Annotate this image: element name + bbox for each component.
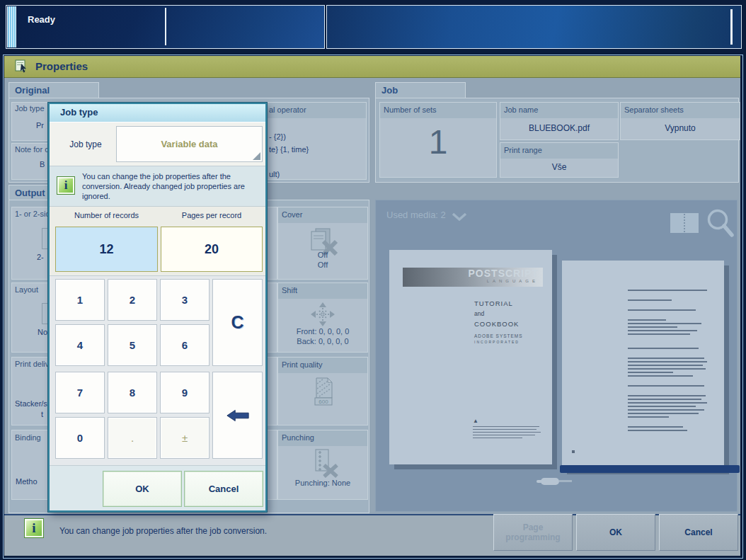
used-media-dropdown[interactable]: Used media: 2 bbox=[386, 210, 446, 220]
pages-per-record-input[interactable]: 20 bbox=[161, 227, 263, 272]
zoom-magnifier-icon[interactable] bbox=[706, 208, 735, 239]
keypad-backspace-button[interactable] bbox=[212, 372, 263, 459]
dialog-keypad: 1 2 3 4 5 6 C 7 8 9 0 . ± bbox=[50, 275, 265, 465]
operator-line1-fragment: - {2}) bbox=[269, 132, 286, 141]
bottom-info-text: You can change job properties after the … bbox=[59, 526, 267, 536]
operator-line2-fragment: te} {1, time} bbox=[269, 145, 309, 154]
status-divider-right bbox=[730, 9, 733, 45]
dialog-job-type-label: Job type bbox=[55, 126, 116, 162]
tab-original-label: Original bbox=[15, 85, 50, 96]
keypad-7[interactable]: 7 bbox=[55, 372, 105, 413]
shift-caption2: Back: 0, 0, 0, 0 bbox=[278, 337, 367, 345]
cancel-button[interactable]: Cancel bbox=[659, 514, 738, 551]
delivery-value2-fragment: t bbox=[41, 410, 43, 418]
cover-caption2: Off bbox=[278, 261, 367, 269]
punching-caption: Punching: None bbox=[278, 479, 367, 487]
dialog-info-icon: i bbox=[57, 176, 75, 195]
dialog-ok-button[interactable]: OK bbox=[103, 471, 182, 507]
delivery-label-fragment: Print deliv bbox=[15, 360, 49, 368]
preview-slider-handle[interactable] bbox=[541, 478, 559, 485]
print-range-value: Vše bbox=[500, 162, 618, 172]
keypad-3[interactable]: 3 bbox=[160, 279, 210, 321]
keypad-5[interactable]: 5 bbox=[108, 324, 157, 366]
cover-fine-print: ▲ bbox=[473, 418, 541, 440]
job-type-dropdown[interactable]: Variable data bbox=[116, 126, 263, 162]
shift-caption1: Front: 0, 0, 0, 0 bbox=[278, 327, 367, 336]
binding-label-fragment: Binding bbox=[15, 433, 41, 442]
punching-tile[interactable]: Punching Punching: None bbox=[277, 430, 368, 500]
ok-button[interactable]: OK bbox=[576, 514, 655, 551]
keypad-0[interactable]: 0 bbox=[55, 417, 105, 459]
cover-caption1: Off bbox=[278, 251, 367, 259]
printer-status-text: Ready bbox=[28, 14, 55, 25]
number-of-records-input[interactable]: 12 bbox=[55, 227, 158, 272]
page-thumbnail-cover: POSTSCRIPT LANGUAGE TUTORIAL and COOKBOO… bbox=[389, 250, 552, 464]
secondary-status-panel bbox=[326, 5, 742, 49]
print-quality-dpi: 600 bbox=[319, 399, 328, 405]
tab-output-label: Output bbox=[15, 188, 45, 198]
ok-button-label: OK bbox=[609, 527, 622, 537]
keypad-decimal[interactable]: . bbox=[108, 417, 157, 459]
keypad-6[interactable]: 6 bbox=[160, 324, 210, 366]
info-icon: i bbox=[24, 518, 44, 538]
dialog-info-row: i You can change the job properties afte… bbox=[50, 166, 265, 206]
keypad-clear-button[interactable]: C bbox=[212, 279, 263, 366]
preview-scrollbar[interactable] bbox=[560, 465, 740, 473]
cover-line5: INCORPORATED bbox=[474, 340, 523, 344]
print-range-field[interactable]: Print range Vše bbox=[500, 142, 619, 178]
page-title: Properties bbox=[35, 60, 88, 72]
cover-brand-bar: POSTSCRIPT LANGUAGE bbox=[403, 268, 543, 287]
tab-original[interactable]: Original bbox=[8, 82, 99, 98]
keypad-4[interactable]: 4 bbox=[55, 324, 105, 366]
keypad-1[interactable]: 1 bbox=[55, 279, 105, 321]
page-programming-button[interactable]: Page programming bbox=[493, 514, 573, 551]
shift-arrows-icon bbox=[310, 302, 335, 327]
page-thumbnail-text bbox=[562, 261, 724, 469]
tab-job-label: Job bbox=[381, 85, 398, 96]
layout-label-fragment: Layout bbox=[15, 285, 38, 294]
pages-per-record-label: Pages per record bbox=[161, 211, 263, 219]
cover-line2: and bbox=[474, 310, 519, 317]
text-lines bbox=[628, 287, 711, 433]
cover-tile[interactable]: Cover Off Off bbox=[277, 207, 368, 280]
number-of-records-label: Number of records bbox=[55, 211, 158, 219]
booklet-view-icon[interactable] bbox=[670, 213, 699, 233]
backspace-icon bbox=[226, 408, 250, 423]
cover-line4: ADOBE SYSTEMS bbox=[474, 333, 523, 338]
dialog-ok-label: OK bbox=[135, 484, 149, 494]
delivery-value1-fragment: Stacker/s bbox=[15, 399, 47, 408]
number-of-sets-field[interactable]: Number of sets 1 bbox=[379, 102, 497, 178]
job-name-label: Job name bbox=[504, 105, 538, 114]
original-note-label-fragment: Note for c bbox=[15, 145, 49, 154]
original-job-type-value-fragment: Pr bbox=[36, 121, 44, 130]
keypad-9[interactable]: 9 bbox=[160, 372, 210, 413]
layout-value-fragment: No bbox=[38, 328, 47, 336]
chevron-down-icon[interactable] bbox=[451, 212, 468, 222]
separator-sheets-field[interactable]: Separator sheets Vypnuto bbox=[620, 102, 740, 140]
job-name-field[interactable]: Job name BLUEBOOK.pdf bbox=[500, 102, 619, 140]
slider-track bbox=[559, 480, 572, 482]
punching-tile-label: Punching bbox=[282, 433, 314, 442]
dialog-footer: OK Cancel bbox=[50, 465, 265, 510]
cancel-button-label: Cancel bbox=[684, 527, 712, 537]
cover-line3: COOKBOOK bbox=[474, 320, 519, 328]
cover-tile-label: Cover bbox=[282, 210, 302, 219]
separator-sheets-label: Separator sheets bbox=[624, 105, 684, 114]
sided-label-fragment: 1- or 2-sid bbox=[15, 210, 50, 218]
cover-publisher-block: ADOBE SYSTEMS INCORPORATED bbox=[474, 333, 523, 344]
print-quality-tile[interactable]: Print quality 600 bbox=[277, 357, 368, 425]
keypad-plusminus[interactable]: ± bbox=[160, 417, 210, 459]
keypad-2[interactable]: 2 bbox=[108, 279, 157, 321]
shift-tile[interactable]: Shift Front: 0, 0, 0, 0 Back: 0, 0, 0, 0 bbox=[277, 282, 368, 353]
cover-line1: TUTORIAL bbox=[474, 299, 519, 307]
print-range-label: Print range bbox=[504, 146, 542, 154]
dialog-cancel-button[interactable]: Cancel bbox=[184, 471, 263, 507]
cover-title-block: TUTORIAL and COOKBOOK bbox=[474, 299, 519, 328]
separator-sheets-value: Vypnuto bbox=[621, 123, 740, 133]
print-quality-tile-label: Print quality bbox=[282, 360, 322, 369]
original-job-type-label-fragment: Job type bbox=[15, 104, 45, 113]
job-type-dropdown-value: Variable data bbox=[161, 139, 217, 149]
tab-job[interactable]: Job bbox=[375, 82, 466, 98]
keypad-8[interactable]: 8 bbox=[108, 372, 157, 413]
binding-value-fragment: Metho bbox=[16, 477, 38, 486]
